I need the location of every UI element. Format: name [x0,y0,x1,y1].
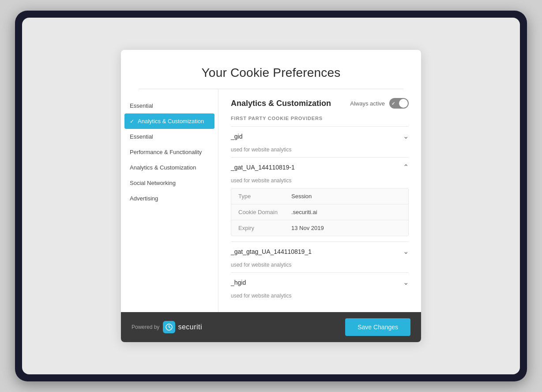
chevron-down-icon-hgid: ⌄ [403,278,409,286]
device-frame: Your Cookie Preferences Essential ✓ Anal… [15,11,527,381]
cookie-item-header-gat-ua[interactable]: _gat_UA_144110819-1 ⌃ [231,158,409,177]
cookie-desc-hgid: used for website analytics [231,293,409,303]
modal-footer: Powered by securiti Save Changes [121,312,421,342]
sidebar-item-label: Essential [130,133,153,140]
cookie-item-hgid: _hgid ⌄ used for website analytics [231,272,409,303]
always-active-label: Always active [350,100,385,107]
content-panel: Analytics & Customization Always active … [218,89,421,312]
detail-row-domain: Cookie Domain .securiti.ai [231,204,408,220]
check-icon: ✓ [130,118,134,124]
cookie-item-gat-gtag: _gat_gtag_UA_144110819_1 ⌄ used for webs… [231,241,409,272]
chevron-down-icon-gid: ⌄ [403,132,409,140]
cookie-item-gid: _gid ⌄ used for website analytics [231,126,409,157]
cookie-desc-gat-gtag: used for website analytics [231,262,409,272]
cookie-details-gat-ua: Type Session Cookie Domain .securiti.ai … [231,188,409,236]
cookie-name-gid: _gid [231,133,242,140]
sidebar-item-social[interactable]: Social Networking [121,175,218,191]
powered-by: Powered by securiti [132,321,202,333]
sidebar-item-active-label: Analytics & Customization [138,118,204,124]
sidebar-item-essential-top[interactable]: Essential [121,98,218,113]
content-title: Analytics & Customization [231,99,331,108]
content-header: Analytics & Customization Always active … [231,98,409,109]
detail-label-domain: Cookie Domain [238,209,291,215]
detail-value-expiry: 13 Nov 2019 [291,225,324,231]
sidebar-item-advertising[interactable]: Advertising [121,191,218,206]
device-screen: Your Cookie Preferences Essential ✓ Anal… [22,18,520,374]
detail-value-domain: .securiti.ai [291,209,317,215]
cookie-item-gat-ua: _gat_UA_144110819-1 ⌃ used for website a… [231,157,409,236]
toggle-switch[interactable]: ✓ [389,98,409,109]
modal-title: Your Cookie Preferences [139,66,403,80]
sidebar-item-analytics-active[interactable]: ✓ Analytics & Customization [124,113,215,129]
securiti-icon [163,321,175,333]
toggle-knob [399,99,408,108]
modal-header: Your Cookie Preferences [121,50,421,89]
detail-row-expiry: Expiry 13 Nov 2019 [231,220,408,236]
sidebar-item-performance[interactable]: Performance & Functionality [121,144,218,160]
cookie-name-gat-gtag: _gat_gtag_UA_144110819_1 [231,248,312,255]
cookie-desc-gat-ua: used for website analytics [231,177,409,188]
sidebar: Essential ✓ Analytics & Customization Es… [121,89,218,312]
cookie-desc-gid: used for website analytics [231,147,409,157]
cookie-item-header-gid[interactable]: _gid ⌄ [231,127,409,146]
sidebar-item-label: Social Networking [130,180,176,186]
sidebar-item-label: Essential [130,102,153,109]
chevron-up-icon-gat-ua: ⌃ [403,163,409,171]
save-changes-button[interactable]: Save Changes [345,318,410,336]
chevron-down-icon-gat-gtag: ⌄ [403,247,409,256]
securiti-logo: securiti [163,321,202,333]
sidebar-item-essential[interactable]: Essential [121,129,218,144]
cookie-preferences-modal: Your Cookie Preferences Essential ✓ Anal… [121,50,421,342]
powered-by-label: Powered by [132,324,159,330]
detail-value-type: Session [291,193,312,200]
toggle-check-icon: ✓ [391,101,395,106]
cookie-item-header-gat-gtag[interactable]: _gat_gtag_UA_144110819_1 ⌄ [231,242,409,261]
detail-row-type: Type Session [231,188,408,204]
cookie-name-hgid: _hgid [231,279,246,286]
sidebar-item-label: Advertising [130,195,158,202]
securiti-brand-name: securiti [178,323,202,331]
sidebar-item-label: Performance & Functionality [130,149,202,155]
cookie-name-gat-ua: _gat_UA_144110819-1 [231,164,295,171]
modal-body: Essential ✓ Analytics & Customization Es… [121,89,421,312]
detail-label-type: Type [238,193,291,200]
sidebar-item-analytics[interactable]: Analytics & Customization [121,160,218,175]
cookie-item-header-hgid[interactable]: _hgid ⌄ [231,273,409,292]
section-label: FIRST PARTY COOKIE PROVIDERS [231,116,409,121]
sidebar-item-label: Analytics & Customization [130,164,196,171]
always-active-area: Always active ✓ [350,98,409,109]
detail-label-expiry: Expiry [238,225,291,231]
